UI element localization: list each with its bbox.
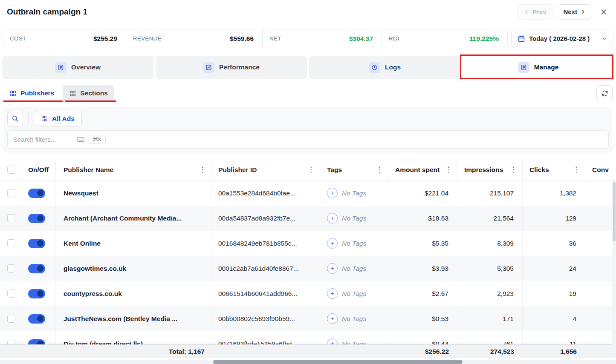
select-all-checkbox[interactable]: [7, 166, 15, 174]
row-toggle-cell: [23, 256, 56, 281]
clicks-value: 129: [523, 206, 585, 231]
top-header: Outbrain campaign 1 Prev Next: [0, 0, 616, 23]
search-toggle-button[interactable]: [7, 111, 23, 126]
stats-bar: COST $255.29 REVENUE $559.66 NET $304.37…: [3, 29, 613, 48]
publisher-on-off-toggle[interactable]: [28, 189, 45, 198]
publisher-on-off-toggle[interactable]: [28, 289, 45, 298]
add-tag-button[interactable]: [327, 238, 338, 249]
publishers-table: On/Off Publisher Name ⋮ Publisher ID ⋮ T…: [0, 159, 616, 358]
column-clicks: Clicks ⋮: [523, 159, 585, 180]
column-menu-icon[interactable]: ⋮: [372, 164, 384, 175]
tab-logs[interactable]: Logs: [309, 56, 460, 79]
row-checkbox[interactable]: [7, 340, 15, 344]
prev-button[interactable]: Prev: [518, 4, 553, 20]
document-icon: [55, 62, 67, 73]
date-range-picker[interactable]: Today ( 2026-02-28 ): [511, 29, 613, 48]
amount-spent-value: $3.93: [388, 256, 457, 281]
subtab-sections[interactable]: Sections: [63, 85, 114, 102]
add-tag-button[interactable]: [327, 213, 338, 224]
conversions-value: [585, 306, 616, 331]
stat-value: $255.29: [93, 35, 117, 43]
amount-spent-value: $18.63: [388, 206, 457, 231]
column-menu-icon[interactable]: ⋮: [441, 164, 453, 175]
clicks-value: 1,382: [523, 181, 585, 206]
add-tag-button[interactable]: [327, 288, 338, 299]
history-icon: [369, 62, 380, 73]
close-button[interactable]: [596, 5, 611, 19]
row-checkbox[interactable]: [7, 264, 15, 272]
refresh-button[interactable]: [596, 85, 613, 101]
all-ads-label: All Ads: [52, 115, 75, 123]
table-row: countypress.co.uk 00661514b60641add966..…: [0, 281, 616, 306]
column-menu-icon[interactable]: ⋮: [569, 164, 581, 175]
tags-cell: No Tags: [320, 231, 388, 256]
no-tags-label: No Tags: [342, 240, 366, 247]
tab-manage[interactable]: Manage: [463, 56, 614, 79]
tab-label: Logs: [385, 63, 401, 71]
publisher-name: Archant (Archant Community Media...: [56, 206, 211, 231]
table-body: Newsquest 00a1553e284d684b0fae... No Tag…: [0, 181, 616, 344]
table-row: glasgowtimes.co.uk 0001c2ab7a61d40fe8867…: [0, 256, 616, 281]
horizontal-scrollbar-thumb[interactable]: [213, 360, 463, 364]
chart-icon: [203, 62, 214, 73]
row-checkbox[interactable]: [7, 315, 15, 323]
tab-overview[interactable]: Overview: [2, 56, 153, 79]
search-filters-field[interactable]: ⌘K: [7, 130, 609, 149]
no-tags-label: No Tags: [342, 189, 366, 197]
row-toggle-cell: [23, 231, 56, 256]
column-impressions: Impressions ⋮: [457, 159, 523, 180]
no-tags-label: No Tags: [342, 265, 366, 272]
amount-spent-value: $0.44: [388, 331, 457, 344]
horizontal-scrollbar[interactable]: [0, 360, 616, 364]
table-total-row: Total: 1,167 $256.22 274,523 1,656: [0, 344, 616, 358]
row-toggle-cell: [23, 281, 56, 306]
impressions-value: 761: [457, 331, 523, 344]
column-menu-icon[interactable]: ⋮: [195, 164, 207, 175]
publisher-name: JustTheNews.com (Bentley Media ...: [56, 306, 211, 331]
column-menu-icon[interactable]: ⋮: [506, 164, 518, 175]
clicks-value: 11: [523, 331, 585, 344]
total-clicks: 1,656: [523, 345, 585, 358]
filter-actions-row: All Ads: [7, 111, 609, 126]
no-tags-label: No Tags: [342, 215, 366, 222]
row-checkbox[interactable]: [7, 214, 15, 222]
amount-spent-value: $2.67: [388, 281, 457, 306]
table-row: Newsquest 00a1553e284d684b0fae... No Tag…: [0, 181, 616, 206]
row-checkbox[interactable]: [7, 239, 15, 247]
column-conversions: Conv: [585, 159, 616, 180]
amount-spent-value: $5.35: [388, 231, 457, 256]
row-checkbox[interactable]: [7, 189, 15, 197]
publisher-on-off-toggle[interactable]: [28, 314, 45, 324]
vertical-scrollbar-thumb[interactable]: [613, 182, 616, 241]
publisher-on-off-toggle[interactable]: [28, 339, 45, 345]
no-tags-label: No Tags: [342, 340, 366, 345]
publisher-on-off-toggle[interactable]: [28, 264, 45, 273]
row-checkbox[interactable]: [7, 289, 15, 298]
publisher-on-off-toggle[interactable]: [28, 239, 45, 248]
column-publisher-name: Publisher Name ⋮: [56, 159, 211, 180]
subtab-label: Sections: [80, 89, 108, 97]
add-tag-button[interactable]: [327, 338, 338, 344]
next-button[interactable]: Next: [557, 4, 592, 20]
subtab-label: Publishers: [20, 89, 54, 97]
publisher-on-off-toggle[interactable]: [28, 214, 45, 223]
all-ads-filter-button[interactable]: All Ads: [34, 111, 82, 126]
row-toggle-cell: [23, 181, 56, 206]
page-title: Outbrain campaign 1: [7, 7, 87, 17]
stat-revenue: REVENUE $559.66: [126, 29, 263, 48]
tags-cell: No Tags: [320, 181, 388, 206]
add-tag-button[interactable]: [327, 263, 338, 274]
subtab-publishers[interactable]: Publishers: [3, 85, 60, 102]
add-tag-button[interactable]: [327, 188, 338, 198]
date-range-label: Today ( 2026-02-28 ): [529, 35, 598, 42]
total-label: Total: 1,167: [56, 345, 211, 358]
chevron-down-icon: [602, 36, 607, 41]
stat-net: NET $304.37: [263, 29, 382, 48]
search-filters-input[interactable]: [13, 136, 73, 143]
column-menu-icon[interactable]: ⋮: [304, 164, 315, 175]
publisher-name: Diy tom (dream direct llc): [56, 331, 211, 344]
add-tag-button[interactable]: [327, 313, 338, 324]
vertical-scrollbar[interactable]: [612, 181, 616, 358]
impressions-value: 8,309: [457, 231, 523, 256]
tab-performance[interactable]: Performance: [156, 56, 307, 79]
